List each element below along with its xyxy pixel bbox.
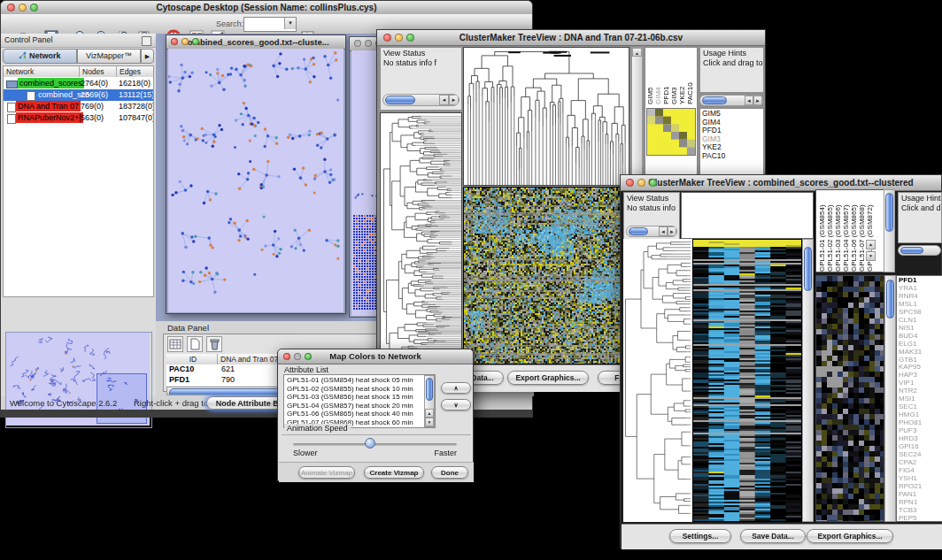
zoom-icon[interactable] [406, 34, 414, 42]
close-icon[interactable] [7, 4, 15, 12]
tab-vizmapper[interactable]: VizMapper™ [77, 49, 141, 64]
network-file-icon [7, 114, 16, 124]
close-icon[interactable] [171, 38, 178, 45]
attribute-item[interactable]: GPL51-04 (GSM857) heat shock 20 min [284, 402, 435, 410]
network-file-icon [7, 103, 16, 112]
tv2-heatmap[interactable] [692, 239, 802, 522]
attribute-item[interactable]: GPL51-03 (GSM856) heat shock 15 min [284, 393, 435, 402]
slider-thumb[interactable] [365, 438, 375, 449]
zoom-icon[interactable] [649, 179, 657, 187]
scrollbar-thumb[interactable] [702, 96, 727, 104]
search-input[interactable]: ▼ [243, 17, 297, 32]
node-count: 769(0) [81, 101, 104, 111]
col-nodes[interactable]: Nodes [80, 66, 117, 77]
done-button[interactable]: Done [431, 466, 468, 479]
animate-vizmap-button[interactable]: Animate Vizmap [298, 466, 355, 479]
dialog-title-bar[interactable]: Map Colors to Network [278, 349, 473, 364]
scroll-up-icon[interactable]: ▲ [866, 240, 876, 249]
tv2-row-dendrogram[interactable] [623, 239, 692, 522]
scrollbar-thumb[interactable] [804, 247, 812, 291]
chevron-right-icon: ▶ [145, 53, 150, 59]
tv2-labels-vscrollbar[interactable] [884, 189, 895, 272]
delete-attribute-icon[interactable] [206, 336, 222, 352]
float-panel-icon[interactable] [142, 36, 151, 46]
move-down-button[interactable]: ∨ [441, 399, 471, 410]
zoom-icon[interactable] [305, 353, 312, 360]
scroll-up-icon[interactable]: ▲ [632, 48, 642, 57]
attribute-list-vscrollbar[interactable]: ▲ ▼ [424, 375, 435, 427]
column-label: GPL51-07 (GSM868) [858, 192, 866, 272]
scroll-left-icon[interactable]: ◄ [439, 95, 449, 105]
tv2-zoom-heatmap[interactable] [815, 275, 884, 522]
col-network[interactable]: Network [4, 66, 80, 77]
minimize-icon[interactable] [181, 38, 189, 45]
attribute-listbox[interactable]: GPL51-01 (GSM854) heat shock 05 minGPL51… [283, 374, 436, 428]
export-graphics-button[interactable]: Export Graphics... [507, 371, 589, 385]
create-vizmap-button[interactable]: Create Vizmap [364, 466, 424, 479]
attribute-item[interactable]: GPL51-06 (GSM865) heat shock 40 min [284, 410, 435, 418]
attribute-select-icon[interactable] [167, 336, 183, 352]
tv2-zoom-vscrollbar[interactable] [884, 275, 896, 522]
save-data-button[interactable]: Save Data... [740, 529, 806, 543]
attribute-item[interactable]: GPL51-01 (GSM854) heat shock 05 min [284, 376, 435, 385]
tv1-global-matrix[interactable] [646, 108, 696, 156]
close-icon[interactable] [283, 353, 290, 360]
scroll-left-icon[interactable]: ◄ [659, 226, 668, 236]
network-row-rnapuber[interactable]: RNAPuberNov2+[ 563(0) 107847(0) [4, 112, 154, 124]
view-status-hscrollbar[interactable]: ◄ ► [382, 94, 459, 106]
tv1-column-dendrogram[interactable] [463, 47, 629, 186]
minimize-icon[interactable] [365, 40, 372, 47]
scrollbar-thumb[interactable] [385, 96, 415, 104]
tv2-usage-hscrollbar[interactable] [898, 245, 941, 256]
scroll-up-icon[interactable]: ▲ [425, 409, 434, 418]
col-id[interactable]: ID [166, 354, 218, 364]
scrollbar-thumb[interactable] [426, 378, 433, 401]
treeview-dna-title-bar[interactable]: ClusterMaker TreeView : DNA and Tran 07-… [377, 30, 765, 46]
scroll-right-icon[interactable]: ► [449, 95, 459, 105]
gene-label[interactable]: PAC10 [700, 152, 763, 161]
scrollbar-thumb[interactable] [886, 280, 894, 318]
scroll-down-icon[interactable]: ▼ [866, 251, 876, 261]
close-icon[interactable] [354, 40, 361, 47]
usage-hints-title: Usage Hints [901, 194, 942, 203]
export-graphics-button[interactable]: Export Graphics... [807, 529, 893, 543]
scroll-right-icon[interactable]: ► [668, 226, 676, 236]
close-icon[interactable] [383, 34, 391, 42]
tab-network[interactable]: Network [3, 49, 77, 64]
tab-overflow-button[interactable]: ▶ [141, 49, 154, 64]
network-row-dna-tran[interactable]: DNA and Tran 07 769(0) 183728(0) [4, 101, 154, 112]
tv1-heatmap[interactable] [463, 187, 629, 364]
main-window-title: Cytoscape Desktop (Session Name: collins… [1, 1, 532, 14]
minimize-icon[interactable] [19, 4, 27, 12]
attribute-item[interactable]: GPL51-02 (GSM855) heat shock 10 min [284, 385, 435, 394]
minimize-icon[interactable] [637, 179, 645, 187]
close-icon[interactable] [626, 179, 634, 187]
network-view-title-bar[interactable]: combined_scores_good.txt--cluste... [166, 35, 345, 50]
tv1-usage-hscrollbar[interactable]: ◄ ► [699, 95, 763, 106]
network-row-selected[interactable]: combined_sco 2569(6) 13112(15) [4, 89, 154, 101]
zoom-icon[interactable] [30, 4, 38, 12]
network-row-combined-scores[interactable]: combined_scores 2764(0) 16218(0) [4, 78, 154, 89]
scrollbar-thumb[interactable] [885, 193, 893, 232]
network-view-canvas[interactable] [168, 49, 344, 312]
move-up-button[interactable]: ∧ [441, 382, 471, 394]
view-status-hscrollbar[interactable]: ◄ ► [626, 226, 677, 237]
gene-label[interactable]: PEP5 [897, 515, 942, 522]
tv1-row-dendrogram[interactable] [380, 112, 462, 364]
tv2-vscrollbar[interactable] [802, 239, 814, 522]
settings-button[interactable]: Settings... [669, 529, 731, 543]
scroll-right-icon[interactable]: ► [753, 96, 762, 105]
new-attribute-icon[interactable] [187, 336, 203, 352]
col-edges[interactable]: Edges [117, 66, 154, 77]
scroll-down-icon[interactable]: ▼ [425, 418, 434, 426]
scrollbar-thumb[interactable] [900, 247, 923, 254]
minimize-icon[interactable] [294, 353, 301, 360]
minimize-icon[interactable] [395, 34, 403, 42]
tv2-column-dendrogram[interactable] [681, 192, 814, 239]
tv2-gene-list[interactable]: PFD1YRA1RNR4MSL1SPC98CLN1NIS1BUD4ELG1MAK… [896, 275, 942, 522]
scrollbar-thumb[interactable] [629, 227, 648, 235]
main-title-bar[interactable]: Cytoscape Desktop (Session Name: collins… [1, 1, 532, 15]
search-dropdown-arrow-icon[interactable]: ▼ [284, 18, 296, 29]
zoom-icon[interactable] [192, 38, 199, 45]
scroll-left-icon[interactable]: ◄ [745, 96, 753, 105]
